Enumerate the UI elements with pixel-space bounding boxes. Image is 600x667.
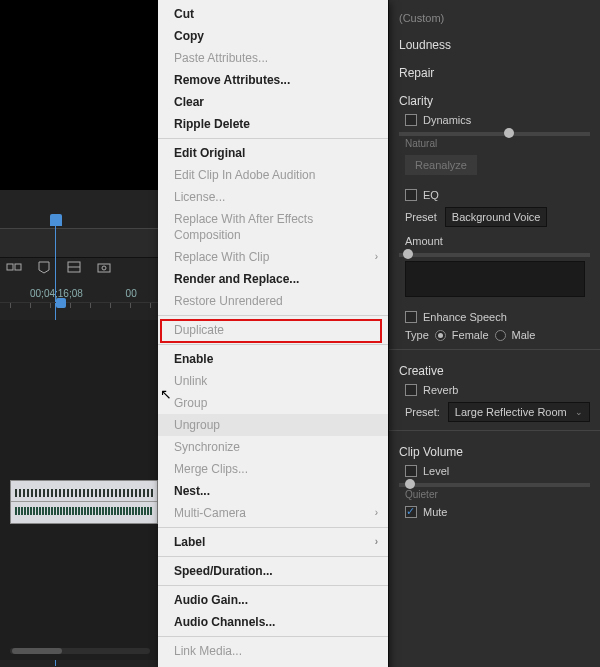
- snapshot-icon[interactable]: [96, 260, 112, 274]
- waveform-icon: [15, 489, 153, 497]
- menu-edit-original[interactable]: Edit Original: [158, 142, 388, 164]
- menu-audio-channels[interactable]: Audio Channels...: [158, 611, 388, 633]
- chevron-right-icon: ›: [375, 505, 378, 521]
- eq-checkbox[interactable]: [405, 189, 417, 201]
- chevron-right-icon: ›: [375, 249, 378, 265]
- time-ruler-upper[interactable]: [0, 228, 160, 258]
- menu-separator: [158, 556, 388, 557]
- menu-copy[interactable]: Copy: [158, 25, 388, 47]
- clip-context-menu: Cut Copy Paste Attributes... Remove Attr…: [158, 0, 388, 667]
- male-radio[interactable]: [495, 330, 506, 341]
- dynamics-slider[interactable]: [399, 132, 590, 136]
- svg-rect-0: [7, 264, 13, 270]
- clip-divider: [11, 501, 157, 502]
- reverb-preset-value: Large Reflective Room: [455, 406, 567, 418]
- reverb-checkbox[interactable]: [405, 384, 417, 396]
- menu-replace-ae: Replace With After Effects Composition: [158, 208, 388, 246]
- menu-merge-clips: Merge Clips...: [158, 458, 388, 480]
- eq-label: EQ: [423, 189, 439, 201]
- female-label: Female: [452, 329, 489, 341]
- menu-duplicate: Duplicate: [158, 319, 388, 341]
- horizontal-scrollbar-thumb[interactable]: [12, 648, 62, 654]
- menu-unlink: Unlink: [158, 370, 388, 392]
- reverb-preset-dropdown[interactable]: Large Reflective Room ⌄: [448, 402, 590, 422]
- waveform-icon: [15, 507, 153, 515]
- menu-replace-clip-label: Replace With Clip: [174, 250, 269, 264]
- playhead-indicator-icon[interactable]: [56, 298, 66, 308]
- enhance-row: Enhance Speech: [405, 311, 590, 323]
- menu-license: License...: [158, 186, 388, 208]
- marker-icon[interactable]: [36, 260, 52, 274]
- level-checkbox[interactable]: [405, 465, 417, 477]
- male-label: Male: [512, 329, 536, 341]
- timeline-toolbar: [6, 260, 112, 274]
- time-ruler-ticks[interactable]: [0, 302, 160, 316]
- panel-separator: [389, 430, 600, 431]
- menu-cut[interactable]: Cut: [158, 3, 388, 25]
- menu-speed-duration[interactable]: Speed/Duration...: [158, 560, 388, 582]
- menu-separator: [158, 344, 388, 345]
- natural-caption: Natural: [405, 138, 590, 149]
- mute-checkbox[interactable]: [405, 506, 417, 518]
- clip-volume-section-label[interactable]: Clip Volume: [399, 445, 590, 459]
- dynamics-row: Dynamics: [405, 114, 590, 126]
- mute-row: Mute: [405, 506, 590, 518]
- menu-multicam: Multi-Camera›: [158, 502, 388, 524]
- creative-section-label[interactable]: Creative: [399, 364, 590, 378]
- preset-label: Preset: [405, 211, 437, 223]
- timecode-display: 00;04;16;08 00: [30, 288, 137, 299]
- eq-preset-field[interactable]: Background Voice: [445, 207, 548, 227]
- menu-label[interactable]: Label›: [158, 531, 388, 553]
- chevron-down-icon: ⌄: [575, 407, 583, 417]
- reanalyze-row: Reanalyze: [405, 155, 590, 175]
- reverb-row: Reverb: [405, 384, 590, 396]
- menu-ungroup: Ungroup: [158, 414, 388, 436]
- reanalyze-button[interactable]: Reanalyze: [405, 155, 477, 175]
- chevron-right-icon: ›: [375, 534, 378, 550]
- enhance-checkbox[interactable]: [405, 311, 417, 323]
- loudness-section-label[interactable]: Loudness: [399, 38, 590, 52]
- eq-display-box[interactable]: [405, 261, 585, 297]
- clarity-section-label[interactable]: Clarity: [399, 94, 590, 108]
- mute-label: Mute: [423, 506, 447, 518]
- playhead-marker-icon[interactable]: [50, 214, 62, 226]
- menu-remove-attributes[interactable]: Remove Attributes...: [158, 69, 388, 91]
- menu-link-media: Link Media...: [158, 640, 388, 662]
- settings-icon[interactable]: [66, 260, 82, 274]
- reverb-preset-label: Preset:: [405, 406, 440, 418]
- menu-multicam-label: Multi-Camera: [174, 506, 246, 520]
- menu-separator: [158, 585, 388, 586]
- quieter-caption: Quieter: [405, 489, 590, 500]
- preset-top-row: (Custom): [399, 12, 590, 24]
- menu-enable[interactable]: Enable: [158, 348, 388, 370]
- level-slider[interactable]: [399, 483, 590, 487]
- timecode-partial: 00: [126, 288, 137, 299]
- amount-slider[interactable]: [399, 253, 590, 257]
- program-monitor: [0, 0, 158, 190]
- menu-render-replace[interactable]: Render and Replace...: [158, 268, 388, 290]
- link-icon[interactable]: [6, 260, 22, 274]
- menu-separator: [158, 636, 388, 637]
- type-label: Type: [405, 329, 429, 341]
- amount-label: Amount: [405, 235, 590, 247]
- enhance-label: Enhance Speech: [423, 311, 507, 323]
- repair-section-label[interactable]: Repair: [399, 66, 590, 80]
- menu-label-text: Label: [174, 535, 205, 549]
- menu-clear[interactable]: Clear: [158, 91, 388, 113]
- menu-ripple-delete[interactable]: Ripple Delete: [158, 113, 388, 135]
- svg-rect-1: [15, 264, 21, 270]
- female-radio[interactable]: [435, 330, 446, 341]
- preset-value[interactable]: (Custom): [399, 12, 444, 24]
- dynamics-label: Dynamics: [423, 114, 471, 126]
- dynamics-checkbox[interactable]: [405, 114, 417, 126]
- eq-row: EQ: [405, 189, 590, 201]
- eq-preset-row: Preset Background Voice: [405, 207, 590, 227]
- menu-synchronize: Synchronize: [158, 436, 388, 458]
- type-row: Type Female Male: [405, 329, 590, 341]
- audio-clip[interactable]: [10, 480, 158, 524]
- menu-edit-audition: Edit Clip In Adobe Audition: [158, 164, 388, 186]
- menu-make-offline[interactable]: Make Offline...: [158, 662, 388, 667]
- menu-separator: [158, 138, 388, 139]
- menu-audio-gain[interactable]: Audio Gain...: [158, 589, 388, 611]
- menu-nest[interactable]: Nest...: [158, 480, 388, 502]
